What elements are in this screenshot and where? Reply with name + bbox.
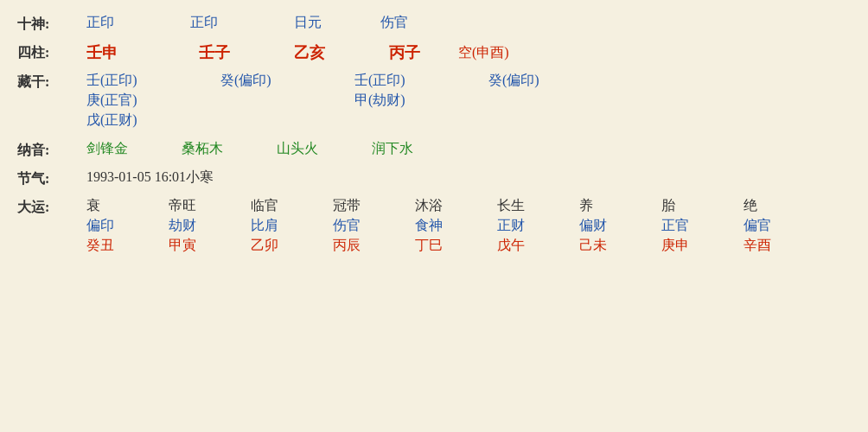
zanggan-2-0: 戊(正财) [86,111,220,130]
sizhu-item-2: 乙亥 [294,42,389,63]
zanggan-1-2: 甲(劫财) [354,92,488,110]
dayun-r1-item-6: 养 [579,197,661,215]
dayun-label: 大运: [17,197,86,217]
shishen-label: 十神: [17,14,86,34]
shishen-row: 十神: 正印 正印 日元 伤官 [17,14,851,34]
shishen-items: 正印 正印 日元 伤官 [86,14,484,32]
dayun-r1-item-3: 冠带 [333,197,415,215]
sizhu-items: 壬申 壬子 乙亥 丙子 空(申酉) [86,42,509,63]
dayun-r3-item-1: 甲寅 [169,237,251,255]
dayun-r3-item-8: 辛酉 [744,237,826,255]
dayun-r3-item-0: 癸丑 [86,237,169,255]
sizhu-kong: 空(申酉) [458,44,509,62]
dayun-r3-item-3: 丙辰 [333,237,415,255]
sizhu-content: 壬申 壬子 乙亥 丙子 空(申酉) [86,42,851,63]
dayun-r3-item-6: 己未 [579,237,661,255]
nayin-items: 剑锋金 桑柘木 山头火 润下水 [86,140,467,158]
zanggan-0-3: 癸(偏印) [488,72,622,90]
jieqi-row: 节气: 1993-01-05 16:01小寒 [17,168,851,188]
dayun-r2-item-3: 伤官 [333,217,415,235]
dayun-r3-item-7: 庚申 [661,237,744,255]
shishen-item-3: 伤官 [380,14,484,32]
nayin-item-3: 润下水 [372,140,467,158]
shishen-item-1: 正印 [190,14,294,32]
zanggan-1-1 [220,92,354,110]
dayun-r1-item-0: 衰 [86,197,169,215]
zanggan-row-1: 庚(正官) 甲(劫财) [86,92,622,110]
dayun-r2-item-6: 偏财 [579,217,661,235]
dayun-r2-item-5: 正财 [497,217,579,235]
zanggan-0-0: 壬(正印) [86,72,220,90]
zanggan-1-3 [488,92,622,110]
nayin-row: 纳音: 剑锋金 桑柘木 山头火 润下水 [17,140,851,160]
dayun-block: 衰帝旺临官冠带沐浴长生养胎绝 偏印劫财比肩伤官食神正财偏财正官偏官 癸丑甲寅乙卯… [86,197,826,257]
jieqi-content: 1993-01-05 16:01小寒 [86,168,851,187]
dayun-r3-item-5: 戊午 [497,237,579,255]
shishen-content: 正印 正印 日元 伤官 [86,14,851,32]
dayun-r1-item-4: 沐浴 [415,197,497,215]
dayun-r1-item-7: 胎 [661,197,744,215]
shishen-item-0: 正印 [86,14,190,32]
dayun-r1-item-8: 绝 [744,197,826,215]
sizhu-item-1: 壬子 [199,42,294,63]
dayun-r2-item-4: 食神 [415,217,497,235]
jieqi-text: 1993-01-05 16:01小寒 [86,168,214,187]
sizhu-label: 四柱: [17,42,86,62]
dayun-row-3: 癸丑甲寅乙卯丙辰丁巳戊午己未庚申辛酉 [86,237,826,255]
dayun-r3-item-2: 乙卯 [251,237,333,255]
zanggan-0-1: 癸(偏印) [220,72,354,90]
dayun-r1-item-1: 帝旺 [169,197,251,215]
zanggan-row: 藏干: 壬(正印) 癸(偏印) 壬(正印) 癸(偏印) 庚(正官) 甲(劫财) … [17,72,851,131]
shishen-item-2: 日元 [294,14,380,32]
zanggan-0-2: 壬(正印) [354,72,488,90]
dayun-row-1: 衰帝旺临官冠带沐浴长生养胎绝 [86,197,826,215]
nayin-item-1: 桑柘木 [182,140,277,158]
dayun-r1-item-2: 临官 [251,197,333,215]
zanggan-label: 藏干: [17,72,86,92]
dayun-row-2: 偏印劫财比肩伤官食神正财偏财正官偏官 [86,217,826,235]
zanggan-content: 壬(正印) 癸(偏印) 壬(正印) 癸(偏印) 庚(正官) 甲(劫财) 戊(正财… [86,72,851,131]
dayun-content: 衰帝旺临官冠带沐浴长生养胎绝 偏印劫财比肩伤官食神正财偏财正官偏官 癸丑甲寅乙卯… [86,197,851,257]
zanggan-row-0: 壬(正印) 癸(偏印) 壬(正印) 癸(偏印) [86,72,622,90]
dayun-r2-item-2: 比肩 [251,217,333,235]
sizhu-item-3: 丙子 [389,42,458,63]
dayun-r2-item-8: 偏官 [744,217,826,235]
zanggan-block: 壬(正印) 癸(偏印) 壬(正印) 癸(偏印) 庚(正官) 甲(劫财) 戊(正财… [86,72,622,131]
dayun-r2-item-0: 偏印 [86,217,169,235]
sizhu-item-0: 壬申 [86,42,199,63]
dayun-r3-item-4: 丁巳 [415,237,497,255]
dayun-r2-item-1: 劫财 [169,217,251,235]
dayun-r2-item-7: 正官 [661,217,744,235]
zanggan-row-2: 戊(正财) [86,111,622,130]
dayun-r1-item-5: 长生 [497,197,579,215]
nayin-label: 纳音: [17,140,86,160]
zanggan-1-0: 庚(正官) [86,92,220,110]
nayin-content: 剑锋金 桑柘木 山头火 润下水 [86,140,851,158]
nayin-item-2: 山头火 [277,140,372,158]
nayin-item-0: 剑锋金 [86,140,182,158]
sizhu-row: 四柱: 壬申 壬子 乙亥 丙子 空(申酉) [17,42,851,63]
jieqi-label: 节气: [17,168,86,188]
dayun-row: 大运: 衰帝旺临官冠带沐浴长生养胎绝 偏印劫财比肩伤官食神正财偏财正官偏官 癸丑… [17,197,851,257]
